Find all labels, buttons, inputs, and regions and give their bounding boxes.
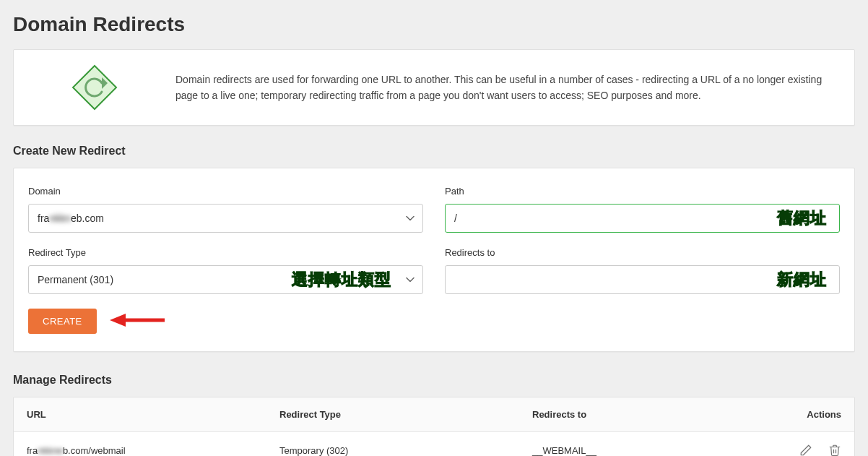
intro-description: Domain redirects are used for forwarding… [175, 72, 838, 104]
redirect-type-select[interactable]: Permanent (301) [28, 265, 423, 294]
annotation-arrow-icon [108, 311, 166, 332]
svg-marker-3 [110, 314, 126, 327]
domain-label: Domain [28, 186, 423, 197]
domain-value-blur: nkkn [49, 212, 71, 224]
cell-type: Temporary (302) [279, 445, 532, 456]
domain-value-prefix: fra [38, 212, 49, 224]
create-form-card: Domain frankkneb.com Path 舊網址 Redirect T… [13, 168, 855, 352]
path-label: Path [445, 186, 840, 197]
manage-section-title: Manage Redirects [13, 374, 855, 387]
redirect-type-label: Redirect Type [28, 247, 423, 258]
col-header-type: Redirect Type [279, 409, 532, 420]
pencil-icon [799, 444, 812, 456]
redirect-icon [30, 63, 160, 112]
redirects-to-label: Redirects to [445, 247, 840, 258]
edit-button[interactable] [799, 444, 812, 456]
create-button[interactable]: CREATE [28, 309, 97, 334]
cell-to: __WEBMAIL__ [532, 445, 740, 456]
domain-value-suffix: eb.com [71, 212, 104, 224]
col-header-url: URL [27, 409, 279, 420]
create-section-title: Create New Redirect [13, 145, 855, 158]
trash-icon [828, 444, 841, 456]
page-title: Domain Redirects [13, 13, 855, 36]
intro-card: Domain redirects are used for forwarding… [13, 49, 855, 126]
col-header-actions: Actions [740, 409, 841, 420]
manage-table: URL Redirect Type Redirects to Actions f… [13, 397, 855, 456]
cell-url-suffix: b.com/webmail [63, 445, 126, 456]
path-input[interactable] [445, 204, 840, 233]
table-row: frankkneb.com/webmail Temporary (302) __… [14, 432, 854, 456]
cell-url-blur: nkkne [38, 445, 63, 456]
table-header: URL Redirect Type Redirects to Actions [14, 397, 854, 432]
delete-button[interactable] [828, 444, 841, 456]
cell-url-prefix: fra [27, 445, 38, 456]
cell-url: frankkneb.com/webmail [27, 445, 279, 456]
domain-select[interactable]: frankkneb.com [28, 204, 423, 233]
col-header-to: Redirects to [532, 409, 740, 420]
redirects-to-input[interactable] [445, 265, 840, 294]
svg-marker-0 [73, 66, 116, 109]
redirect-type-value: Permanent (301) [38, 274, 113, 285]
